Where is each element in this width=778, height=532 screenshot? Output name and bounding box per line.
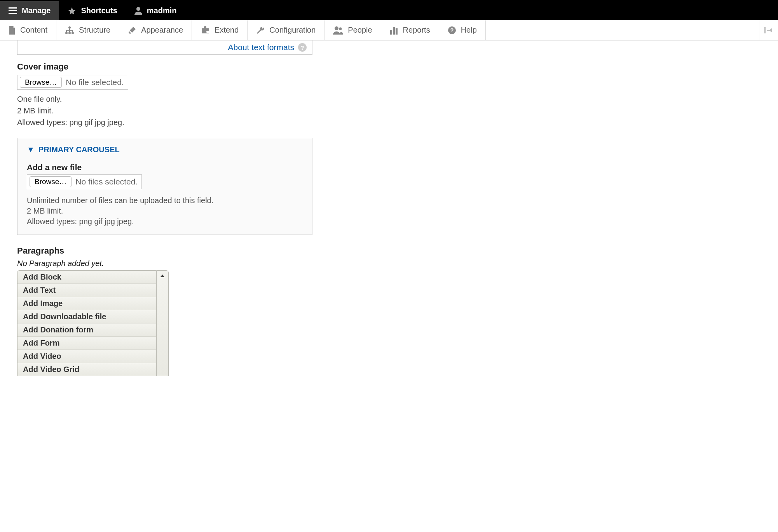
paragraphs-option[interactable]: Add Downloadable file <box>17 310 156 323</box>
paragraphs-dropdown-toggle[interactable] <box>156 270 169 376</box>
menu-people-label: People <box>348 26 372 35</box>
menu-extend-label: Extend <box>215 26 239 35</box>
people-icon <box>333 26 343 35</box>
menu-help[interactable]: ? Help <box>439 20 486 40</box>
menu-content-label: Content <box>20 26 47 35</box>
paragraphs-empty-text: No Paragraph added yet. <box>17 259 490 268</box>
paragraphs-add-dropdown: Add Block Add Text Add Image Add Downloa… <box>17 270 169 376</box>
paragraphs-label: Paragraphs <box>17 246 490 256</box>
text-formats-row: About text formats ? <box>17 40 312 55</box>
cover-image-browse-button[interactable]: Browse… <box>20 77 62 88</box>
cover-image-help-line: One file only. <box>17 94 490 104</box>
menu-spacer <box>486 20 759 40</box>
user-icon <box>134 7 142 15</box>
svg-rect-2 <box>9 13 17 14</box>
wrench-icon <box>256 26 265 35</box>
svg-point-3 <box>136 7 140 11</box>
admin-menu: Content Structure Appearance Extend Conf… <box>0 20 778 40</box>
carousel-help-line: Allowed types: png gif jpg jpeg. <box>27 216 303 227</box>
star-icon <box>68 7 76 15</box>
paragraphs-option[interactable]: Add Form <box>17 337 156 350</box>
toolbar-user-label: madmin <box>147 6 177 15</box>
paragraphs-option[interactable]: Add Image <box>17 297 156 310</box>
carousel-description: Unlimited number of files can be uploade… <box>27 195 303 227</box>
menu-reports[interactable]: Reports <box>381 20 439 40</box>
menu-content[interactable]: Content <box>0 20 56 40</box>
menu-structure-label: Structure <box>79 26 110 35</box>
svg-rect-11 <box>393 27 395 35</box>
paragraphs-option[interactable]: Add Text <box>17 284 156 297</box>
menu-appearance[interactable]: Appearance <box>119 20 192 40</box>
menu-configuration-label: Configuration <box>269 26 316 35</box>
menu-structure[interactable]: Structure <box>56 20 119 40</box>
toolbar-shortcuts-tab[interactable]: Shortcuts <box>59 1 126 20</box>
primary-carousel-title: PRIMARY CAROUSEL <box>38 145 120 154</box>
menu-extend[interactable]: Extend <box>192 20 248 40</box>
help-icon: ? <box>448 26 456 35</box>
primary-carousel-fieldset: ▼ PRIMARY CAROUSEL Add a new file Browse… <box>17 138 312 235</box>
primary-carousel-summary[interactable]: ▼ PRIMARY CAROUSEL <box>27 145 303 154</box>
menu-reports-label: Reports <box>403 26 430 35</box>
hamburger-icon <box>9 7 17 14</box>
paragraphs-option[interactable]: Add Video Grid <box>17 363 156 376</box>
file-icon <box>9 26 16 35</box>
admin-toolbar: Manage Shortcuts madmin <box>0 0 778 20</box>
cover-image-file-status: No file selected. <box>66 78 124 87</box>
paintbrush-icon <box>128 26 136 35</box>
paragraphs-option[interactable]: Add Video <box>17 350 156 363</box>
cover-image-file-row: Browse… No file selected. <box>17 75 128 90</box>
bar-chart-icon <box>390 26 398 35</box>
carousel-add-file-label: Add a new file <box>27 163 303 172</box>
cover-image-label: Cover image <box>17 62 490 72</box>
menu-configuration[interactable]: Configuration <box>248 20 324 40</box>
menu-collapse-button[interactable] <box>759 20 778 40</box>
content-region: About text formats ? Cover image Browse…… <box>0 40 778 392</box>
paragraphs-option[interactable]: Add Donation form <box>17 323 156 337</box>
svg-rect-15 <box>764 27 766 33</box>
cover-image-help-line: 2 MB limit. <box>17 105 490 116</box>
svg-point-7 <box>72 32 74 34</box>
svg-rect-0 <box>9 7 17 9</box>
puzzle-icon <box>201 26 210 35</box>
help-circle-icon[interactable]: ? <box>298 43 307 52</box>
triangle-down-icon: ▼ <box>27 145 35 154</box>
cover-image-description: One file only. 2 MB limit. Allowed types… <box>17 94 490 128</box>
svg-rect-12 <box>396 28 398 35</box>
svg-point-6 <box>68 32 71 34</box>
carousel-file-status: No files selected. <box>75 177 138 186</box>
svg-rect-10 <box>390 30 392 35</box>
paragraphs-option-list: Add Block Add Text Add Image Add Downloa… <box>17 270 156 376</box>
menu-people[interactable]: People <box>324 20 381 40</box>
paragraphs-option[interactable]: Add Block <box>17 271 156 284</box>
arrow-up-icon <box>160 275 165 277</box>
svg-rect-16 <box>767 30 771 31</box>
svg-point-9 <box>339 27 342 30</box>
menu-help-label: Help <box>461 26 477 35</box>
cover-image-field: Cover image Browse… No file selected. On… <box>17 62 490 128</box>
svg-point-8 <box>335 26 338 30</box>
carousel-browse-button[interactable]: Browse… <box>30 176 72 187</box>
carousel-file-row: Browse… No files selected. <box>27 174 142 189</box>
toolbar-manage-label: Manage <box>22 6 51 15</box>
svg-point-4 <box>68 26 71 29</box>
carousel-help-line: 2 MB limit. <box>27 206 303 216</box>
about-text-formats-link[interactable]: About text formats <box>228 43 294 52</box>
svg-point-5 <box>65 32 68 34</box>
collapse-icon <box>764 27 773 33</box>
paragraphs-field: Paragraphs No Paragraph added yet. Add B… <box>17 246 490 376</box>
svg-text:?: ? <box>450 27 454 33</box>
toolbar-manage-tab[interactable]: Manage <box>0 1 59 20</box>
hierarchy-icon <box>65 26 74 35</box>
cover-image-help-line: Allowed types: png gif jpg jpeg. <box>17 117 490 128</box>
toolbar-user-tab[interactable]: madmin <box>126 1 185 20</box>
carousel-help-line: Unlimited number of files can be uploade… <box>27 195 303 206</box>
menu-appearance-label: Appearance <box>141 26 183 35</box>
svg-rect-1 <box>9 10 17 11</box>
toolbar-shortcuts-label: Shortcuts <box>81 6 117 15</box>
